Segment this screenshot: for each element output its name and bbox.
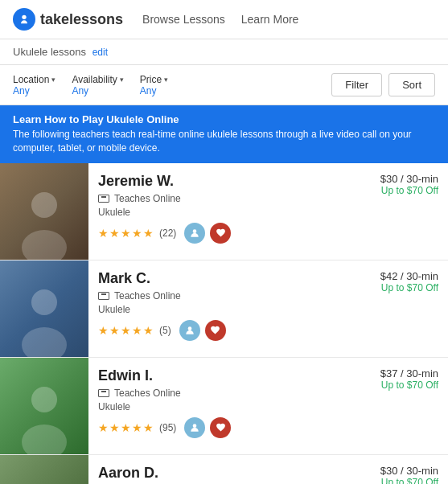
profile-button[interactable] xyxy=(179,320,200,341)
svg-point-9 xyxy=(193,424,197,428)
teacher-price: $42 / 30-min Up to $70 Off xyxy=(374,260,448,357)
price-main: $42 / 30-min xyxy=(380,270,438,282)
price-main: $30 / 30-min xyxy=(380,465,438,477)
teacher-instrument: Ukulele xyxy=(98,304,364,315)
teacher-instrument: Ukulele xyxy=(98,401,364,412)
teacher-info: Jeremie W. Teaches Online Ukulele ★★★★★ … xyxy=(88,163,374,260)
svg-point-4 xyxy=(31,289,57,315)
nav-browse-lessons[interactable]: Browse Lessons xyxy=(142,13,225,26)
teacher-info: Mark C. Teaches Online Ukulele ★★★★★ (5) xyxy=(88,260,374,357)
price-filter[interactable]: Price ▾ Any xyxy=(140,74,168,96)
profile-button[interactable] xyxy=(184,417,205,438)
teacher-info: Edwin I. Teaches Online Ukulele ★★★★★ (9… xyxy=(88,358,374,454)
filter-buttons: Filter Sort xyxy=(331,73,435,96)
location-filter-label: Location ▾ xyxy=(13,74,55,85)
teacher-photo xyxy=(0,163,88,260)
favorite-button[interactable] xyxy=(210,223,231,244)
svg-point-3 xyxy=(193,229,197,233)
svg-point-7 xyxy=(31,387,57,412)
person-silhouette-icon xyxy=(16,285,72,357)
profile-button[interactable] xyxy=(184,223,205,244)
teacher-card: Edwin I. Teaches Online Ukulele ★★★★★ (9… xyxy=(0,358,448,455)
logo[interactable]: takelessons xyxy=(13,8,123,31)
teacher-photo xyxy=(0,358,88,454)
availability-filter[interactable]: Availability ▾ Any xyxy=(72,74,123,96)
logo-text: takelessons xyxy=(40,11,123,28)
filters-bar: Location ▾ Any Availability ▾ Any Price … xyxy=(0,65,448,105)
teacher-photo xyxy=(0,455,88,484)
svg-point-1 xyxy=(31,192,57,218)
header: takelessons Browse Lessons Learn More xyxy=(0,0,448,39)
nav-learn-more[interactable]: Learn More xyxy=(241,13,299,26)
location-filter[interactable]: Location ▾ Any xyxy=(13,74,55,96)
teacher-name: Mark C. xyxy=(98,270,364,287)
price-discount: Up to $70 Off xyxy=(381,379,438,391)
star-rating: ★★★★★ xyxy=(98,421,154,434)
favorite-button[interactable] xyxy=(210,417,231,438)
breadcrumb-text: Ukulele lessons xyxy=(13,46,86,58)
availability-filter-label: Availability ▾ xyxy=(72,74,123,85)
teacher-teaches: Teaches Online xyxy=(98,388,364,399)
teacher-name: Edwin I. xyxy=(98,367,364,384)
review-count: (95) xyxy=(159,422,176,433)
stars-row: ★★★★★ (22) xyxy=(98,223,364,244)
monitor-icon xyxy=(98,292,109,300)
edit-link[interactable]: edit xyxy=(92,47,108,58)
teaches-online-label: Teaches Online xyxy=(114,388,181,399)
price-discount: Up to $70 Off xyxy=(381,185,438,196)
teaches-online-label: Teaches Online xyxy=(114,290,181,301)
star-rating: ★★★★★ xyxy=(98,227,154,240)
action-icons xyxy=(184,223,231,244)
teacher-price: $37 / 30-min Up to $70 Off xyxy=(374,358,448,454)
price-filter-value: Any xyxy=(140,85,168,96)
teacher-card: Aaron D. Teaches Online Ukulele ★★★★★ (4… xyxy=(0,455,448,484)
teacher-card: Mark C. Teaches Online Ukulele ★★★★★ (5) xyxy=(0,260,448,358)
review-count: (22) xyxy=(159,228,176,239)
main-nav: Browse Lessons Learn More xyxy=(142,13,298,26)
teacher-price: $30 / 30-min Up to $70 Off xyxy=(374,163,448,260)
svg-point-6 xyxy=(187,326,191,330)
sort-button[interactable]: Sort xyxy=(388,73,435,96)
logo-icon xyxy=(13,8,35,31)
online-banner: Learn How to Play Ukulele Online The fol… xyxy=(0,105,448,163)
star-rating: ★★★★★ xyxy=(98,324,154,337)
price-chevron-icon: ▾ xyxy=(164,76,168,84)
breadcrumb: Ukulele lessons edit xyxy=(0,39,448,65)
teacher-teaches: Teaches Online xyxy=(98,193,364,204)
teacher-teaches: Teaches Online xyxy=(98,290,364,301)
review-count: (5) xyxy=(159,325,171,336)
monitor-icon xyxy=(98,389,109,397)
monitor-icon xyxy=(98,195,109,203)
person-silhouette-icon xyxy=(16,187,72,260)
filter-button[interactable]: Filter xyxy=(331,73,382,96)
teacher-price: $30 / 30-min Up to $70 Off xyxy=(374,455,448,484)
price-discount: Up to $70 Off xyxy=(381,477,438,484)
teacher-name: Jeremie W. xyxy=(98,173,364,190)
price-filter-label: Price ▾ xyxy=(140,74,168,85)
person-silhouette-icon xyxy=(16,479,72,484)
teacher-name: Aaron D. xyxy=(98,465,364,482)
online-banner-title: Learn How to Play Ukulele Online xyxy=(13,113,435,125)
online-banner-description: The following teachers teach real-time o… xyxy=(13,128,435,155)
price-discount: Up to $70 Off xyxy=(381,282,438,293)
action-icons xyxy=(184,417,231,438)
favorite-button[interactable] xyxy=(205,320,226,341)
svg-point-0 xyxy=(22,15,26,19)
availability-filter-value: Any xyxy=(72,85,123,96)
person-silhouette-icon xyxy=(16,382,72,454)
availability-chevron-icon: ▾ xyxy=(120,76,124,84)
stars-row: ★★★★★ (95) xyxy=(98,417,364,438)
svg-point-8 xyxy=(22,425,67,454)
teaches-online-label: Teaches Online xyxy=(114,193,181,204)
teacher-card: Jeremie W. Teaches Online Ukulele ★★★★★ … xyxy=(0,163,448,260)
teacher-instrument: Ukulele xyxy=(98,207,364,218)
action-icons xyxy=(179,320,226,341)
teacher-photo xyxy=(0,260,88,357)
location-filter-value: Any xyxy=(13,85,55,96)
svg-point-5 xyxy=(22,327,67,357)
price-main: $30 / 30-min xyxy=(380,173,438,185)
price-main: $37 / 30-min xyxy=(380,367,438,379)
teacher-list: Jeremie W. Teaches Online Ukulele ★★★★★ … xyxy=(0,163,448,484)
teacher-info: Aaron D. Teaches Online Ukulele ★★★★★ (4… xyxy=(88,455,374,484)
stars-row: ★★★★★ (5) xyxy=(98,320,364,341)
